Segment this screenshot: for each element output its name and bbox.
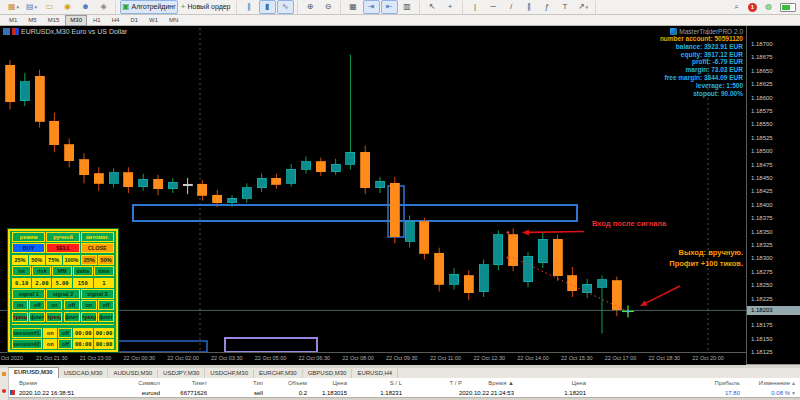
timeframe-M15[interactable]: M15: [43, 15, 65, 26]
mm-input[interactable]: 5.00: [52, 278, 71, 288]
time-axis[interactable]: 21 Oct 202021 Oct 21:3021 Oct 23:0022 Oc…: [0, 352, 746, 365]
line-chart-icon[interactable]: ∿: [277, 0, 294, 14]
profiles-icon[interactable]: ▤▾: [23, 0, 40, 14]
scroll-up-icon[interactable]: ▲: [791, 380, 796, 386]
panel-row: 25%50%75%100%25%50%: [12, 255, 114, 265]
time-input[interactable]: 1: [94, 278, 114, 288]
community-icon[interactable]: ◍: [760, 0, 777, 14]
terminal-tab-USDJPYM30[interactable]: USDJPY,M30: [158, 369, 205, 378]
timeframe-W1[interactable]: W1: [144, 15, 163, 26]
text-icon[interactable]: T: [557, 0, 574, 14]
sell-button[interactable]: SELL: [46, 243, 79, 253]
session2-end-input[interactable]: 00:00: [94, 339, 114, 349]
risk-input[interactable]: 2.00: [32, 278, 51, 288]
signal3-off-button[interactable]: off: [98, 300, 114, 310]
mode-button[interactable]: режим: [12, 232, 45, 242]
zoom-out-icon[interactable]: ⊖: [320, 0, 337, 14]
new-order-button[interactable]: +Новый ордер: [179, 0, 233, 14]
terminal-tab-EURUSDM30[interactable]: EURUSD,M30: [8, 367, 59, 378]
timeframe-MN[interactable]: MN: [164, 15, 183, 26]
signal1-trend-button[interactable]: тренд: [12, 312, 28, 322]
terminal-tab-EURUSDH4[interactable]: EURUSD,H4: [352, 369, 398, 378]
signal2-off-button[interactable]: off: [64, 300, 80, 310]
tile-windows-icon[interactable]: ▦: [345, 0, 362, 14]
col-close-price-header[interactable]: Цена: [530, 378, 586, 388]
col-close-time-header[interactable]: Время ▲: [454, 378, 514, 388]
col-profit-header[interactable]: Прибыль: [600, 378, 740, 388]
chart-shift-icon[interactable]: ⇤: [381, 0, 398, 14]
algo-trading-button[interactable]: ▣Алготрейдинг: [120, 0, 178, 14]
signal3-flat-button[interactable]: флет: [98, 312, 114, 322]
manual-button[interactable]: ручной: [46, 232, 79, 242]
terminal-tab-USDCADM30[interactable]: USDCAD,M30: [59, 369, 109, 378]
signal3-trend-button[interactable]: тренд: [81, 312, 97, 322]
timeframe-H1[interactable]: H1: [88, 15, 106, 26]
channel-icon[interactable]: ∥: [521, 0, 538, 14]
close-button[interactable]: CLOSE: [81, 243, 114, 253]
session1-start-input[interactable]: 00:00: [73, 328, 93, 338]
navigator-icon[interactable]: ☻: [77, 0, 94, 14]
market-watch-icon[interactable]: ▭: [41, 0, 58, 14]
broadcast-icon[interactable]: ◈: [95, 0, 112, 14]
timeframe-M5[interactable]: M5: [23, 15, 41, 26]
terminal-tab-EURCHFM30[interactable]: EURCHF,M30: [254, 369, 303, 378]
session-box-purple[interactable]: [225, 338, 317, 352]
horizontal-line-icon[interactable]: ─: [485, 0, 502, 14]
notifications-icon[interactable]: 1: [748, 3, 757, 12]
fibonacci-icon[interactable]: ƒ: [539, 0, 556, 14]
col-type-header[interactable]: Тип: [210, 378, 263, 388]
cursor-icon[interactable]: ↖: [424, 0, 441, 14]
signal2-trend-button[interactable]: тренд: [46, 312, 62, 322]
timeframe-M1[interactable]: M1: [4, 15, 22, 26]
timeframe-D1[interactable]: D1: [125, 15, 143, 26]
candles-icon[interactable]: ▮: [259, 0, 276, 14]
session2-on-button[interactable]: on: [43, 339, 57, 349]
signal1-on-button[interactable]: on: [12, 300, 28, 310]
session2-off-button[interactable]: off: [58, 339, 72, 349]
history-center-icon[interactable]: ◉: [59, 0, 76, 14]
signal3-on-button[interactable]: on: [81, 300, 97, 310]
timeframe-M30[interactable]: M30: [65, 15, 87, 26]
arrows-icon[interactable]: ↗▾: [575, 0, 592, 14]
table-row[interactable]: 2020.10.22 16:38:51eurusd66771626sell0.2…: [0, 388, 800, 397]
lot-input[interactable]: 0.10: [12, 278, 31, 288]
templates-icon[interactable]: ▥: [399, 0, 416, 14]
new-chart-icon[interactable]: ▦▾: [5, 0, 22, 14]
crosshair-icon[interactable]: +: [442, 0, 459, 14]
signal1-flat-button[interactable]: флет: [29, 312, 45, 322]
col-open-price-header[interactable]: Цена: [302, 378, 347, 388]
session1-off-button[interactable]: off: [58, 328, 72, 338]
terminal-tab-GBPUSDM30[interactable]: GBPUSD,M30: [303, 369, 353, 378]
session1-end-input[interactable]: 00:00: [94, 328, 114, 338]
lot-100-button[interactable]: 100%: [63, 255, 81, 265]
trendline-icon[interactable]: /: [503, 0, 520, 14]
session-box-blue[interactable]: [115, 341, 207, 352]
signal2-on-button[interactable]: on: [46, 300, 62, 310]
terminal-tab-AUDUSDM30[interactable]: AUDUSD,M30: [108, 369, 158, 378]
price-axis[interactable]: 1.18203 1.187001.186751.186501.186251.18…: [746, 26, 800, 364]
col-volume-header[interactable]: Объем: [262, 378, 307, 388]
col-change-header[interactable]: Изменение: [742, 378, 790, 388]
timeframe-H4[interactable]: H4: [107, 15, 125, 26]
auto-button[interactable]: автомат.: [81, 232, 114, 242]
buy-button[interactable]: BUY: [12, 243, 45, 253]
col-ticket-header[interactable]: Тикет: [150, 378, 207, 388]
close-25-button[interactable]: 25%: [81, 255, 97, 265]
terminal-tab-USDCHFM30[interactable]: USDCHF,M30: [205, 369, 254, 378]
session2-start-input[interactable]: 00:00: [73, 339, 93, 349]
lot-50-button[interactable]: 50%: [29, 255, 45, 265]
signal1-off-button[interactable]: off: [29, 300, 45, 310]
search-icon[interactable]: ⌕: [728, 0, 745, 14]
signal2-flat-button[interactable]: флет: [64, 312, 80, 322]
delta-input[interactable]: 150: [73, 278, 93, 288]
vertical-line-icon[interactable]: |: [467, 0, 484, 14]
bars-icon[interactable]: ∥: [241, 0, 258, 14]
scroll-down-icon[interactable]: ▼: [791, 390, 796, 396]
lot-75-button[interactable]: 75%: [46, 255, 62, 265]
lot-25-button[interactable]: 25%: [12, 255, 28, 265]
session1-on-button[interactable]: on: [43, 328, 57, 338]
auto-scroll-icon[interactable]: ⇥: [363, 0, 380, 14]
zoom-in-icon[interactable]: ⊕: [302, 0, 319, 14]
col-sl-header[interactable]: S / L: [357, 378, 402, 388]
close-50-button[interactable]: 50%: [98, 255, 114, 265]
